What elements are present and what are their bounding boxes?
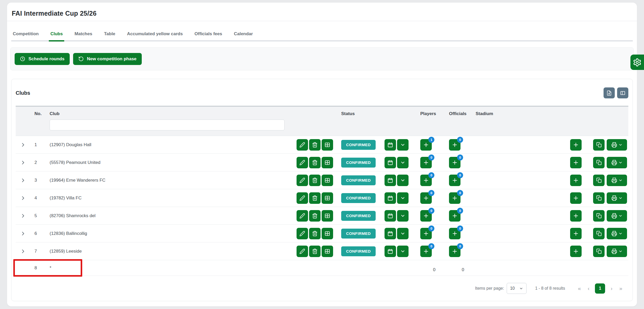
edit-club-button[interactable] [297, 139, 308, 151]
status-dropdown-button[interactable] [397, 192, 409, 204]
status-dropdown-button[interactable] [397, 228, 409, 239]
players-count-badge: 0 [428, 225, 434, 231]
club-grid-button[interactable] [322, 139, 333, 151]
add-stadium-button[interactable] [570, 210, 582, 222]
print-club-button[interactable] [607, 139, 627, 151]
first-page-button[interactable]: « [575, 285, 584, 292]
schedule-rounds-button[interactable]: Schedule rounds [15, 53, 70, 65]
next-page-button[interactable]: › [607, 285, 616, 292]
edit-club-button[interactable] [297, 175, 308, 186]
plus-icon [423, 213, 429, 219]
expand-row-button[interactable] [16, 249, 30, 254]
status-dropdown-button[interactable] [397, 157, 409, 168]
players-count-badge: 0 [428, 243, 434, 249]
export-excel-button[interactable] [604, 87, 615, 98]
club-calendar-button[interactable] [385, 157, 396, 168]
players-count-badge: 0 [428, 208, 434, 214]
expand-row-button[interactable] [16, 178, 30, 183]
current-page-button[interactable]: 1 [595, 283, 605, 294]
edit-club-button[interactable] [297, 228, 308, 239]
previous-page-button[interactable]: ‹ [584, 285, 593, 292]
club-grid-button[interactable] [322, 157, 333, 168]
tab-officials-fees[interactable]: Officials fees [193, 31, 224, 41]
edit-club-button[interactable] [297, 210, 308, 222]
expand-row-button[interactable] [16, 195, 30, 201]
status-dropdown-button[interactable] [397, 246, 409, 257]
plus-icon [452, 213, 458, 219]
club-calendar-button[interactable] [385, 228, 396, 239]
expand-row-button[interactable] [16, 213, 30, 218]
settings-gear-button[interactable] [630, 55, 644, 70]
tab-clubs[interactable]: Clubs [49, 31, 64, 41]
club-calendar-button[interactable] [385, 175, 396, 186]
tab-accumulated-yellow-cards[interactable]: Accumulated yellow cards [126, 31, 185, 41]
status-dropdown-button[interactable] [397, 210, 409, 222]
table-row: 4 (19782) Villa FC CONFIRMED [16, 189, 628, 207]
delete-club-button[interactable] [309, 246, 321, 257]
edit-club-button[interactable] [297, 192, 308, 204]
club-calendar-button[interactable] [385, 139, 396, 151]
file-excel-icon [606, 90, 612, 96]
edit-club-button[interactable] [297, 157, 308, 168]
copy-club-button[interactable] [593, 157, 605, 168]
add-stadium-button[interactable] [570, 192, 582, 204]
chevron-right-icon [20, 249, 26, 254]
tab-table[interactable]: Table [102, 31, 117, 41]
delete-club-button[interactable] [309, 175, 321, 186]
status-dropdown-button[interactable] [397, 175, 409, 186]
club-row-number: 2 [30, 160, 48, 165]
edit-club-button[interactable] [297, 246, 308, 257]
delete-club-button[interactable] [309, 157, 321, 168]
delete-club-button[interactable] [309, 192, 321, 204]
add-stadium-button[interactable] [570, 246, 582, 257]
copy-club-button[interactable] [593, 228, 605, 239]
print-club-button[interactable] [607, 246, 627, 257]
club-grid-button[interactable] [322, 246, 333, 257]
copy-club-button[interactable] [593, 192, 605, 204]
delete-club-button[interactable] [309, 210, 321, 222]
copy-icon [596, 213, 602, 218]
print-club-button[interactable] [607, 228, 627, 239]
tab-competition[interactable]: Competition [11, 31, 40, 41]
club-grid-button[interactable] [322, 210, 333, 222]
delete-club-button[interactable] [309, 228, 321, 239]
add-stadium-button[interactable] [570, 157, 582, 168]
copy-club-button[interactable] [593, 175, 605, 186]
tab-matches[interactable]: Matches [73, 31, 94, 41]
copy-club-button[interactable] [593, 246, 605, 257]
expand-row-button[interactable] [16, 160, 30, 165]
print-club-button[interactable] [607, 192, 627, 204]
column-settings-button[interactable] [617, 87, 628, 98]
copy-club-button[interactable] [593, 210, 605, 222]
print-club-button[interactable] [607, 175, 627, 186]
club-calendar-button[interactable] [385, 192, 396, 204]
delete-club-button[interactable] [309, 139, 321, 151]
tab-calendar[interactable]: Calendar [232, 31, 255, 41]
add-stadium-button[interactable] [570, 228, 582, 239]
table-grid-icon [324, 160, 330, 165]
last-page-button[interactable]: » [616, 285, 626, 292]
club-calendar-button[interactable] [385, 210, 396, 222]
table-row: 1 (12907) Douglas Hall CONFIRMED [16, 136, 628, 154]
club-calendar-button[interactable] [385, 246, 396, 257]
print-club-button[interactable] [607, 210, 627, 222]
club-grid-button[interactable] [322, 175, 333, 186]
club-grid-button[interactable] [322, 192, 333, 204]
club-filter-input[interactable] [50, 120, 285, 130]
trash-icon [312, 160, 318, 165]
club-grid-button[interactable] [322, 228, 333, 239]
plus-icon [573, 142, 579, 148]
print-club-button[interactable] [607, 157, 627, 168]
add-stadium-button[interactable] [570, 139, 582, 151]
expand-row-button[interactable] [16, 142, 30, 147]
printer-icon [611, 160, 617, 165]
expand-row-button[interactable] [16, 231, 30, 236]
status-dropdown-button[interactable] [397, 139, 409, 151]
pencil-icon [299, 248, 305, 254]
items-per-page-select[interactable]: 10 [507, 283, 527, 294]
copy-club-button[interactable] [593, 139, 605, 151]
plus-icon [573, 195, 579, 201]
add-stadium-button[interactable] [570, 175, 582, 186]
new-competition-phase-button[interactable]: New competition phase [73, 53, 142, 65]
club-name: (12859) Leeside [48, 249, 292, 254]
